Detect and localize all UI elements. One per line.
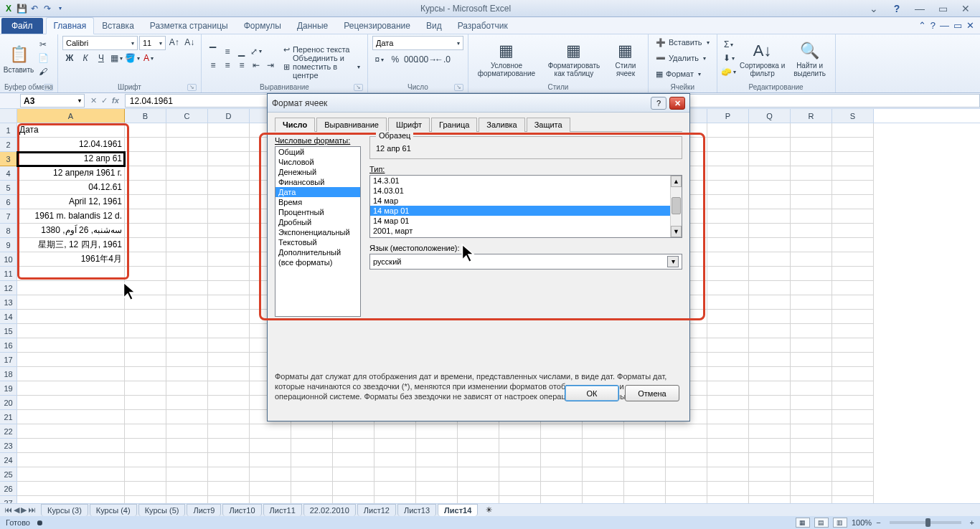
cell[interactable]: [166, 123, 208, 138]
cell[interactable]: [791, 181, 832, 195]
inc-decimal-icon[interactable]: .00→: [420, 53, 434, 66]
cell[interactable]: [499, 424, 541, 439]
cell[interactable]: [707, 152, 749, 166]
cell[interactable]: [707, 267, 749, 281]
row-header[interactable]: 18: [0, 367, 17, 381]
cell[interactable]: [17, 295, 125, 310]
type-item[interactable]: 14 мар 01: [370, 216, 682, 226]
cell[interactable]: [707, 453, 749, 467]
cell[interactable]: [749, 439, 791, 453]
cell[interactable]: [208, 123, 250, 138]
cell[interactable]: [624, 439, 666, 453]
category-item[interactable]: Общий: [275, 147, 360, 157]
cell[interactable]: [416, 439, 458, 453]
cell[interactable]: [125, 367, 166, 381]
cell[interactable]: [125, 281, 166, 295]
cell[interactable]: [707, 367, 749, 381]
cell[interactable]: [791, 281, 832, 295]
category-item[interactable]: Экспоненциальный: [275, 227, 360, 237]
ribbon-help-icon[interactable]: ?: [930, 20, 936, 31]
cell[interactable]: [832, 123, 874, 138]
cell[interactable]: [208, 166, 250, 181]
align-right-icon[interactable]: ≡: [235, 59, 249, 72]
cell[interactable]: [791, 166, 832, 181]
cell[interactable]: [791, 324, 832, 338]
zoom-slider[interactable]: [890, 521, 961, 524]
cell[interactable]: [832, 381, 874, 396]
cell[interactable]: [583, 482, 624, 496]
cell[interactable]: 04.12.61: [17, 181, 125, 195]
cell[interactable]: [749, 209, 791, 224]
column-header[interactable]: Q: [749, 109, 791, 123]
font-color-icon[interactable]: A: [141, 52, 156, 65]
cell[interactable]: [291, 439, 333, 453]
cell[interactable]: [832, 166, 874, 181]
cell[interactable]: [832, 439, 874, 453]
underline-icon[interactable]: Ч: [94, 52, 108, 65]
cell[interactable]: [707, 238, 749, 252]
cell[interactable]: [791, 338, 832, 353]
orientation-icon[interactable]: ⤢: [249, 45, 263, 58]
view-normal-icon[interactable]: ▦: [796, 518, 810, 528]
cell[interactable]: [291, 467, 333, 482]
minimize-icon[interactable]: —: [911, 3, 928, 14]
ribbon-win-icon[interactable]: ▭: [953, 20, 962, 31]
cell[interactable]: [749, 238, 791, 252]
dec-decimal-icon[interactable]: ←.0: [435, 53, 450, 66]
cell[interactable]: [499, 482, 541, 496]
cell[interactable]: [832, 138, 874, 152]
cell[interactable]: [208, 267, 250, 281]
cell[interactable]: [624, 453, 666, 467]
cell[interactable]: [208, 467, 250, 482]
cell[interactable]: [707, 381, 749, 396]
type-item[interactable]: 14 мар: [370, 196, 682, 206]
cell[interactable]: [125, 138, 166, 152]
column-header[interactable]: P: [707, 109, 749, 123]
row-header[interactable]: 13: [0, 295, 17, 310]
italic-icon[interactable]: К: [78, 52, 93, 65]
row-header[interactable]: 14: [0, 310, 17, 324]
cell[interactable]: [166, 453, 208, 467]
cut-icon[interactable]: ✂: [36, 38, 50, 51]
cell[interactable]: [166, 152, 208, 166]
cell[interactable]: [624, 467, 666, 482]
cancel-button[interactable]: Отмена: [625, 385, 679, 401]
sheet-tab[interactable]: Лист12: [357, 504, 396, 516]
type-item[interactable]: 14 мар 01: [370, 206, 682, 216]
cell[interactable]: [832, 453, 874, 467]
redo-icon[interactable]: ↷: [42, 3, 53, 14]
cell[interactable]: [666, 424, 707, 439]
sheet-tab[interactable]: Лист11: [263, 504, 302, 516]
cell[interactable]: [791, 224, 832, 238]
row-header[interactable]: 2: [0, 138, 17, 152]
dialog-tab[interactable]: Заливка: [479, 118, 524, 132]
category-item[interactable]: Дата: [275, 187, 360, 197]
cell[interactable]: [166, 238, 208, 252]
dialog-tab[interactable]: Защита: [527, 118, 570, 132]
cell[interactable]: [125, 195, 166, 209]
ribbon-opt-icon[interactable]: —: [940, 20, 949, 31]
cell[interactable]: [832, 482, 874, 496]
tab-pagelayout[interactable]: Разметка страницы: [142, 17, 236, 34]
align-center-icon[interactable]: ≡: [220, 59, 235, 72]
fill-color-icon[interactable]: 🪣: [126, 52, 140, 65]
category-item[interactable]: (все форматы): [275, 257, 360, 267]
cell[interactable]: [208, 252, 250, 267]
cell[interactable]: [17, 410, 125, 424]
name-box[interactable]: A3▾: [20, 94, 85, 108]
cell[interactable]: [166, 267, 208, 281]
cell[interactable]: [791, 381, 832, 396]
cell[interactable]: [541, 453, 583, 467]
cell[interactable]: [832, 338, 874, 353]
dialog-tab[interactable]: Число: [275, 118, 315, 132]
tab-review[interactable]: Рецензирование: [336, 17, 418, 34]
cell[interactable]: [166, 381, 208, 396]
cell[interactable]: [666, 467, 707, 482]
cell[interactable]: [125, 209, 166, 224]
cell[interactable]: [208, 353, 250, 367]
view-pagebreak-icon[interactable]: ▥: [833, 518, 847, 528]
cell[interactable]: [707, 410, 749, 424]
cell[interactable]: [208, 381, 250, 396]
category-item[interactable]: Денежный: [275, 167, 360, 177]
tab-data[interactable]: Данные: [289, 17, 336, 34]
